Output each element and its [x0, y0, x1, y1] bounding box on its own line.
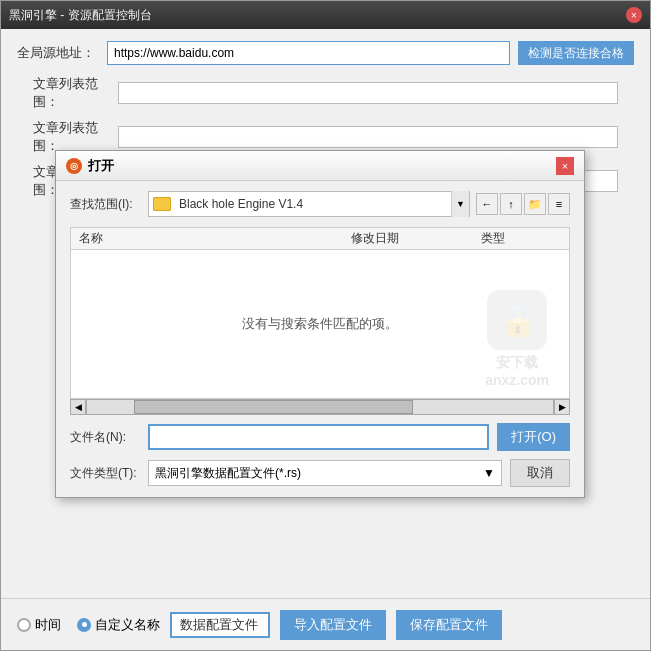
scrollbar-track[interactable] [86, 399, 554, 415]
location-combo[interactable]: Black hole Engine V1.4 ▼ [148, 191, 470, 217]
radio-group: 时间 自定义名称 [17, 616, 160, 634]
scrollbar-right-arrow[interactable]: ▶ [554, 399, 570, 415]
col-header-type: 类型 [481, 230, 561, 247]
main-title: 黑洞引擎 - 资源配置控制台 [9, 7, 152, 24]
radio-time-item[interactable]: 时间 [17, 616, 61, 634]
filename-row: 文件名(N): 打开(O) [70, 423, 570, 451]
toolbar-view-btn[interactable]: ≡ [548, 193, 570, 215]
dialog-titlebar: ◎ 打开 × [56, 151, 584, 181]
bg-input-2 [118, 126, 618, 148]
file-list-header: 名称 修改日期 类型 [70, 227, 570, 249]
global-url-label: 全局源地址： [17, 44, 107, 62]
bottom-bar: 时间 自定义名称 导入配置文件 保存配置文件 [1, 598, 650, 650]
main-close-button[interactable]: × [626, 7, 642, 23]
dialog-body: 查找范围(I): Black hole Engine V1.4 ▼ ← ↑ 📁 … [56, 181, 584, 497]
check-connection-button[interactable]: 检测是否连接合格 [518, 41, 634, 65]
radio-custom-item[interactable]: 自定义名称 [77, 616, 160, 634]
scrollbar-left-arrow[interactable]: ◀ [70, 399, 86, 415]
filename-label: 文件名(N): [70, 429, 140, 446]
filetype-value: 黑洞引擎数据配置文件(*.rs) [155, 465, 301, 482]
dialog-open-button[interactable]: 打开(O) [497, 423, 570, 451]
dialog-location-label: 查找范围(I): [70, 196, 140, 213]
watermark-subtext: anxz.com [485, 372, 549, 388]
toolbar-back-btn[interactable]: ← [476, 193, 498, 215]
filetype-label: 文件类型(T): [70, 465, 140, 482]
bg-label-1: 文章列表范围： [33, 75, 118, 111]
filetype-dropdown[interactable]: 黑洞引擎数据配置文件(*.rs) ▼ [148, 460, 502, 486]
global-url-input[interactable] [107, 41, 510, 65]
scrollbar-row: ◀ ▶ [70, 399, 570, 415]
bg-row-1: 文章列表范围： [33, 75, 618, 111]
dialog-location-row: 查找范围(I): Black hole Engine V1.4 ▼ ← ↑ 📁 … [70, 191, 570, 217]
dialog-title: 打开 [88, 157, 114, 175]
dialog-title-left: ◎ 打开 [66, 157, 114, 175]
empty-message: 没有与搜索条件匹配的项。 [242, 315, 398, 333]
open-dialog: ◎ 打开 × 查找范围(I): Black hole Engine V1.4 ▼… [55, 150, 585, 498]
location-dropdown-arrow[interactable]: ▼ [451, 191, 469, 217]
col-header-date: 修改日期 [351, 230, 481, 247]
import-config-button[interactable]: 导入配置文件 [280, 610, 386, 640]
radio-time-circle [17, 618, 31, 632]
folder-icon [153, 197, 171, 211]
watermark-text: 安下载 [485, 354, 549, 372]
col-header-name: 名称 [79, 230, 351, 247]
location-text: Black hole Engine V1.4 [175, 197, 451, 211]
toolbar-folder-btn[interactable]: 📁 [524, 193, 546, 215]
radio-custom-label: 自定义名称 [95, 616, 160, 634]
file-list-area: 没有与搜索条件匹配的项。 🔒 安下载 anxz.com [70, 249, 570, 399]
filetype-row: 文件类型(T): 黑洞引擎数据配置文件(*.rs) ▼ 取消 [70, 459, 570, 487]
dialog-close-button[interactable]: × [556, 157, 574, 175]
custom-name-input[interactable] [170, 612, 270, 638]
scrollbar-thumb [134, 400, 414, 414]
watermark: 🔒 安下载 anxz.com [485, 290, 549, 388]
filetype-arrow: ▼ [483, 466, 495, 480]
main-titlebar: 黑洞引擎 - 资源配置控制台 × [1, 1, 650, 29]
location-bar: Black hole Engine V1.4 ▼ ← ↑ 📁 ≡ [148, 191, 570, 217]
dialog-app-icon: ◎ [66, 158, 82, 174]
filename-input[interactable] [148, 424, 489, 450]
save-config-button[interactable]: 保存配置文件 [396, 610, 502, 640]
bg-input-1 [118, 82, 618, 104]
global-url-row: 全局源地址： 检测是否连接合格 [17, 41, 634, 65]
toolbar-icons: ← ↑ 📁 ≡ [476, 193, 570, 215]
radio-custom-circle [77, 618, 91, 632]
radio-time-label: 时间 [35, 616, 61, 634]
dialog-cancel-button[interactable]: 取消 [510, 459, 570, 487]
toolbar-up-btn[interactable]: ↑ [500, 193, 522, 215]
watermark-icon: 🔒 [487, 290, 547, 350]
